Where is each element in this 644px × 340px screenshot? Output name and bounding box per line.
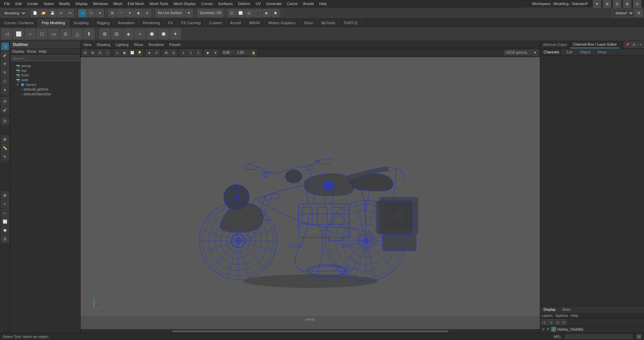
tab-animation[interactable]: Animation xyxy=(114,19,139,27)
new-scene-btn[interactable]: 📄 xyxy=(31,9,39,17)
vertex-icon[interactable]: ▪ xyxy=(1,200,9,208)
save-scene-btn[interactable]: 💾 xyxy=(48,9,56,17)
vp-menu-show[interactable]: Show xyxy=(133,42,145,47)
select-btn[interactable]: ◁ xyxy=(78,9,86,17)
tree-item-defaultobjectset[interactable]: ○ defaultObjectSet xyxy=(11,92,80,96)
layers-menu-options[interactable]: Options xyxy=(555,313,568,318)
cam-persp-btn[interactable]: ⬜ xyxy=(237,9,245,17)
attribute-editor-tab[interactable]: Attribute Editor xyxy=(540,41,570,48)
tree-item-front[interactable]: 📷 front xyxy=(11,73,80,78)
outliner-menu-help[interactable]: Help xyxy=(39,49,47,53)
layer-row[interactable]: V P Harley_Visibility xyxy=(540,326,644,333)
menu-edit[interactable]: Edit xyxy=(13,1,25,6)
workspace-dropdown[interactable]: ▼ xyxy=(593,0,601,8)
shelf-extrude-icon[interactable]: ⬆ xyxy=(84,29,94,39)
workspace-icon1[interactable]: ⊞ xyxy=(603,0,611,8)
soft-mod-tool[interactable]: ◎ xyxy=(1,97,9,105)
rp-pin-btn[interactable]: 📌 xyxy=(624,41,631,48)
vp-menu-shading[interactable]: Shading xyxy=(95,42,112,47)
cam-ipr-btn[interactable]: ▶ xyxy=(263,9,271,17)
workspace-icon2[interactable]: ⊟ xyxy=(613,0,621,8)
shelf-cone-icon[interactable]: △ xyxy=(72,29,83,39)
lasso-btn[interactable]: ⬡ xyxy=(87,9,95,17)
vp-res3[interactable]: 3 xyxy=(195,49,202,56)
vp-menu-renderer[interactable]: Renderer xyxy=(147,42,165,47)
vp-layout3[interactable]: ⊡ xyxy=(97,49,103,56)
tab-fx-caching[interactable]: FX Caching xyxy=(177,19,205,27)
menu-mesh-display[interactable]: Mesh Display xyxy=(171,1,199,6)
rotate-tool[interactable]: ↻ xyxy=(1,68,9,77)
shelf-bridge-icon[interactable]: ≈ xyxy=(135,29,145,39)
annotation-tool[interactable]: ✎ xyxy=(1,153,9,161)
show-tab[interactable]: Show xyxy=(594,49,610,55)
user-settings-btn[interactable]: ⚙ xyxy=(635,9,643,17)
open-scene-btn[interactable]: 📂 xyxy=(40,9,48,17)
menu-file[interactable]: File xyxy=(1,1,13,6)
mel-label[interactable]: MEL xyxy=(554,335,561,339)
viewport-canvas[interactable]: X Y Z persp xyxy=(81,57,540,329)
layer-new4-btn[interactable]: ▷ xyxy=(561,319,567,325)
tab-mash[interactable]: MASH xyxy=(245,19,264,27)
vp-menu-panels[interactable]: Panels xyxy=(168,42,182,47)
snap-curve-btn[interactable]: 〰 xyxy=(117,9,125,17)
redo-btn[interactable]: ↪ xyxy=(66,9,74,17)
menu-modify[interactable]: Modify xyxy=(56,1,73,6)
shelf-loop-icon[interactable]: ⬢ xyxy=(158,29,169,39)
menu-arnold[interactable]: Arnold xyxy=(300,1,316,6)
vp-lock[interactable]: 🔒 xyxy=(250,49,257,56)
layers-menu-layers[interactable]: Layers xyxy=(542,313,553,318)
shelf-sphere-icon[interactable]: ○ xyxy=(25,29,36,39)
vp-wireframe[interactable]: ▭ xyxy=(114,49,121,56)
cam-render-btn[interactable]: ⬛ xyxy=(254,9,262,17)
tab-curves-surfaces[interactable]: Curves / Surfaces xyxy=(0,19,38,27)
symmetry-btn[interactable]: Symmetry: Off xyxy=(197,9,223,17)
snap-icon[interactable]: ⊞ xyxy=(1,135,9,143)
gamma-display[interactable]: sRGB gamma xyxy=(504,50,531,55)
display-tab[interactable]: Display xyxy=(541,307,558,312)
tab-custom[interactable]: Custom xyxy=(205,19,226,27)
measure-tool[interactable]: 📏 xyxy=(1,144,9,152)
vp-cam-link[interactable]: 🎥 xyxy=(104,49,111,56)
tree-item-side[interactable]: 📷 side xyxy=(11,78,80,82)
snap-point-btn[interactable]: ✦ xyxy=(126,9,134,17)
menu-curves[interactable]: Curves xyxy=(199,1,216,6)
layer-new-btn[interactable]: ◁ xyxy=(541,319,547,325)
vp-isolate[interactable]: ⊙ xyxy=(153,49,160,56)
snap-grid-btn[interactable]: ⊞ xyxy=(108,9,116,17)
vp-hud[interactable]: ⊡ xyxy=(170,49,177,56)
mel-input[interactable] xyxy=(565,334,633,339)
object-tab[interactable]: Object xyxy=(576,49,594,55)
show-manip-tool[interactable]: ⊡ xyxy=(1,117,9,125)
rp-close-btn[interactable]: × xyxy=(637,41,644,48)
shelf-plane-icon[interactable]: ▭ xyxy=(48,29,59,39)
shelf-subdivide-icon[interactable]: ✦ xyxy=(170,29,181,39)
shelf-select-icon[interactable]: ◁ xyxy=(1,29,12,39)
channels-tab[interactable]: Channels xyxy=(540,49,563,55)
move-tool[interactable]: ✛ xyxy=(1,60,9,68)
tree-item-defaultlightset[interactable]: ○ defaultLightSet xyxy=(11,87,80,92)
vp-pause[interactable]: ⏸ xyxy=(212,49,219,56)
menu-surfaces[interactable]: Surfaces xyxy=(216,1,235,6)
sculpt-tool[interactable]: 🖌 xyxy=(1,106,9,114)
tab-arnold[interactable]: Arnold xyxy=(226,19,245,27)
tab-motion-graphics[interactable]: Motion Graphics xyxy=(264,19,300,27)
menu-mesh[interactable]: Mesh xyxy=(111,1,125,6)
menu-deform[interactable]: Deform xyxy=(235,1,253,6)
vp-menu-view[interactable]: View xyxy=(82,42,93,47)
tab-fx[interactable]: FX xyxy=(164,19,177,27)
gamma-dropdown[interactable]: ▼ xyxy=(532,49,539,56)
cam-ortho-btn[interactable]: ◫ xyxy=(228,9,236,17)
vp-grid[interactable]: ⊞ xyxy=(163,49,170,56)
no-live-surface-btn[interactable]: No Live Surface xyxy=(156,9,184,17)
menu-help[interactable]: Help xyxy=(316,1,330,6)
menu-mesh-tools[interactable]: Mesh Tools xyxy=(147,1,171,6)
list-icon[interactable]: ☰ xyxy=(1,235,9,243)
snap-view-btn[interactable]: ⊙ xyxy=(143,9,151,17)
rp-float-btn[interactable]: ⊡ xyxy=(631,41,637,48)
layer-new2-btn[interactable]: ◁ xyxy=(548,319,554,325)
cam-top-btn[interactable]: ◱ xyxy=(245,9,253,17)
vp-res1[interactable]: 1 xyxy=(180,49,187,56)
layer-v-btn[interactable]: V xyxy=(542,327,545,332)
layer-p-btn[interactable]: P xyxy=(547,327,550,332)
menu-generate[interactable]: Generate xyxy=(263,1,284,6)
